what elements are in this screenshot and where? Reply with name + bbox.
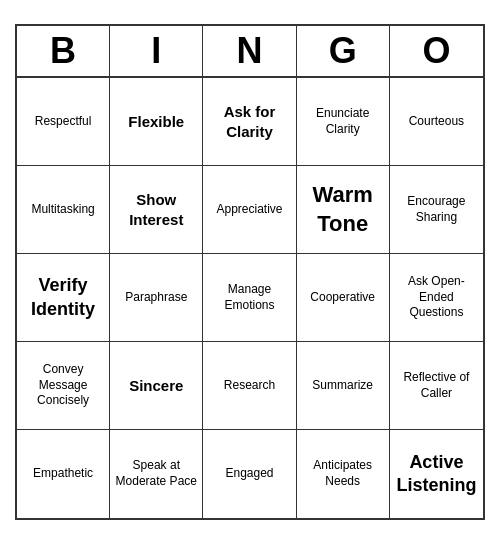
bingo-cell-6: Show Interest	[110, 166, 203, 254]
header-letter-b: B	[17, 26, 110, 76]
header-letter-n: N	[203, 26, 296, 76]
bingo-cell-24: Active Listening	[390, 430, 483, 518]
bingo-cell-17: Research	[203, 342, 296, 430]
bingo-cell-2: Ask for Clarity	[203, 78, 296, 166]
header-letter-o: O	[390, 26, 483, 76]
bingo-cell-5: Multitasking	[17, 166, 110, 254]
bingo-cell-11: Paraphrase	[110, 254, 203, 342]
header-letter-i: I	[110, 26, 203, 76]
bingo-cell-14: Ask Open-Ended Questions	[390, 254, 483, 342]
bingo-cell-19: Reflective of Caller	[390, 342, 483, 430]
bingo-cell-21: Speak at Moderate Pace	[110, 430, 203, 518]
bingo-cell-0: Respectful	[17, 78, 110, 166]
bingo-cell-7: Appreciative	[203, 166, 296, 254]
bingo-cell-16: Sincere	[110, 342, 203, 430]
bingo-cell-15: Convey Message Concisely	[17, 342, 110, 430]
bingo-cell-1: Flexible	[110, 78, 203, 166]
header-letter-g: G	[297, 26, 390, 76]
bingo-header: BINGO	[17, 26, 483, 78]
bingo-cell-22: Engaged	[203, 430, 296, 518]
bingo-cell-4: Courteous	[390, 78, 483, 166]
bingo-grid: RespectfulFlexibleAsk for ClarityEnuncia…	[17, 78, 483, 518]
bingo-cell-9: Encourage Sharing	[390, 166, 483, 254]
bingo-card: BINGO RespectfulFlexibleAsk for ClarityE…	[15, 24, 485, 520]
bingo-cell-23: Anticipates Needs	[297, 430, 390, 518]
bingo-cell-3: Enunciate Clarity	[297, 78, 390, 166]
bingo-cell-18: Summarize	[297, 342, 390, 430]
bingo-cell-8: Warm Tone	[297, 166, 390, 254]
bingo-cell-10: Verify Identity	[17, 254, 110, 342]
bingo-cell-12: Manage Emotions	[203, 254, 296, 342]
bingo-cell-20: Empathetic	[17, 430, 110, 518]
bingo-cell-13: Cooperative	[297, 254, 390, 342]
